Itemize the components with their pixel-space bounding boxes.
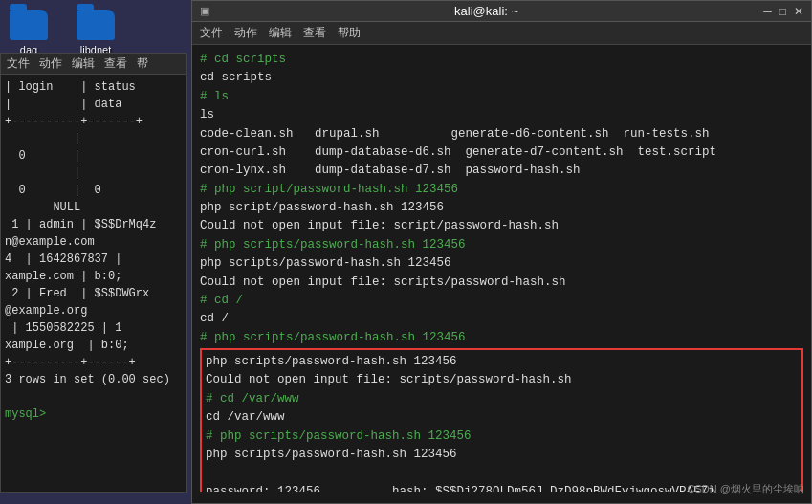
- term-line-21: # php scripts/password-hash.sh 123456: [206, 427, 798, 446]
- folder-icon-libdnet: [77, 10, 115, 40]
- menu-edit-left[interactable]: 编辑: [72, 55, 95, 72]
- term-line-4: ls: [200, 106, 803, 124]
- term-left-line: 2 | Fred | $S$DWGrx: [5, 285, 182, 302]
- terminal-right[interactable]: ▣ kali@kali: ~ ─ □ ✕ 文件 动作 编辑 查看 帮助 # cd…: [191, 0, 812, 504]
- close-button[interactable]: ✕: [794, 5, 803, 18]
- menu-help-left[interactable]: 帮: [137, 55, 148, 72]
- term-line-12: php scripts/password-hash.sh 123456: [200, 254, 803, 273]
- term-left-prompt: mysql>: [5, 405, 182, 423]
- menu-view-right[interactable]: 查看: [303, 25, 326, 41]
- term-left-line: NULL: [5, 199, 182, 216]
- window-controls[interactable]: ─ □ ✕: [763, 5, 803, 18]
- term-line-9: php script/password-hash.sh 123456: [200, 199, 803, 217]
- menu-view-left[interactable]: 查看: [104, 55, 127, 72]
- term-line-10: Could not open input file: script/passwo…: [200, 217, 803, 235]
- terminal-right-title: kali@kali: ~: [209, 4, 763, 18]
- term-line-11: # php scripts/password-hash.sh 123456: [200, 236, 803, 254]
- watermark: CSDN @烟火里的尘埃呐: [688, 482, 804, 496]
- term-left-line: | 1550582225 | 1: [5, 319, 182, 337]
- term-line-7: cron-lynx.sh dump-database-d7.sh passwor…: [200, 162, 803, 180]
- term-left-line: 1 | admin | $S$DrMq4z: [5, 216, 182, 233]
- highlight-box: php scripts/password-hash.sh 123456 Coul…: [200, 348, 803, 492]
- terminal-left-content: | login | status | | data +----------+--…: [1, 75, 186, 427]
- term-left-line: | | data: [5, 96, 182, 113]
- term-line-19: # cd /var/www: [206, 390, 798, 408]
- terminal-icon: ▣: [200, 5, 209, 17]
- term-line-22: php scripts/password-hash.sh 123456: [206, 446, 798, 464]
- menu-file-right[interactable]: 文件: [200, 25, 223, 41]
- desktop-icon-daq[interactable]: daq: [10, 10, 48, 55]
- term-left-line: 4 | 1642867837 |: [5, 251, 182, 268]
- terminal-left-menubar: 文件 动作 编辑 查看 帮: [1, 54, 186, 75]
- menu-edit-right[interactable]: 编辑: [269, 25, 292, 41]
- term-line-14: # cd /: [200, 292, 803, 310]
- desktop-icon-libdnet[interactable]: libdnet: [77, 10, 115, 55]
- term-left-line: 3 rows in set (0.00 sec): [5, 371, 182, 388]
- folder-icon-daq: [10, 10, 48, 40]
- term-left-line: n@example.com: [5, 233, 182, 251]
- term-line-17: php scripts/password-hash.sh 123456: [206, 353, 798, 371]
- term-left-line: @example.org: [5, 302, 182, 319]
- term-left-line: 0 |: [5, 147, 182, 164]
- term-left-line: |: [5, 164, 182, 182]
- minimize-button[interactable]: ─: [763, 5, 772, 18]
- term-line-15: cd /: [200, 310, 803, 328]
- term-line-8: # php script/password-hash.sh 123456: [200, 181, 803, 199]
- term-left-line: +----------+-------+: [5, 113, 182, 130]
- term-line-2: cd scripts: [200, 69, 803, 87]
- term-line-20: cd /var/www: [206, 408, 798, 427]
- term-line-1: # cd scripts: [200, 51, 803, 69]
- menu-file-left[interactable]: 文件: [7, 55, 30, 72]
- term-left-line: [5, 388, 182, 405]
- term-line-16: # php scripts/password-hash.sh 123456: [200, 329, 803, 347]
- menu-help-right[interactable]: 帮助: [338, 25, 361, 41]
- term-line-3: # ls: [200, 88, 803, 106]
- term-line-18: Could not open input file: scripts/passw…: [206, 371, 798, 389]
- term-line-blank: [206, 464, 798, 482]
- term-left-line: | login | status: [5, 78, 182, 96]
- term-left-line: +----------+------+: [5, 354, 182, 371]
- desktop-icons-area: daq libdnet: [10, 10, 115, 55]
- maximize-button[interactable]: □: [779, 5, 786, 18]
- term-left-line: xample.com | b:0;: [5, 268, 182, 285]
- terminal-right-content: # cd scripts cd scripts # ls ls code-cle…: [192, 45, 811, 492]
- watermark-text: CSDN @烟火里的尘埃呐: [688, 483, 804, 494]
- terminal-left[interactable]: 文件 动作 编辑 查看 帮 | login | status | | data …: [0, 53, 187, 493]
- term-line-13: Could not open input file: scripts/passw…: [200, 274, 803, 292]
- term-line-6: cron-curl.sh dump-database-d6.sh generat…: [200, 143, 803, 162]
- menu-action-left[interactable]: 动作: [39, 55, 62, 72]
- term-line-5: code-clean.sh drupal.sh generate-d6-cont…: [200, 125, 803, 143]
- menu-action-right[interactable]: 动作: [234, 25, 257, 41]
- desktop: daq libdnet 文件 动作 编辑 查看 帮 | login | stat…: [0, 0, 812, 504]
- terminal-right-menubar: 文件 动作 编辑 查看 帮助: [192, 22, 811, 45]
- term-left-line: xample.org | b:0;: [5, 337, 182, 354]
- term-left-line: |: [5, 130, 182, 147]
- term-left-line: 0 | 0: [5, 182, 182, 199]
- terminal-right-titlebar: ▣ kali@kali: ~ ─ □ ✕: [192, 1, 811, 22]
